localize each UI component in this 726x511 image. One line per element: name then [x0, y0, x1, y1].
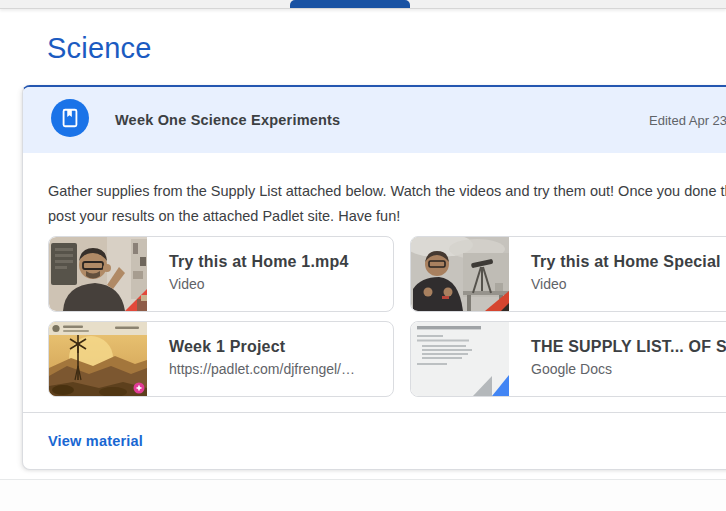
video-thumbnail [49, 237, 147, 311]
attachment-subtitle: https://padlet.com/djfrengel/… [169, 361, 385, 377]
view-material-link[interactable]: View material [48, 433, 143, 449]
attachment-card-video-1[interactable]: Try this at Home 1.mp4 Video [48, 236, 394, 312]
padlet-site-preview-image [49, 322, 147, 396]
attachment-text: Try this at Home 1.mp4 Video [147, 237, 393, 311]
attachment-title: Try this at Home 1.mp4 [169, 253, 385, 271]
doc-thumbnail [411, 322, 509, 396]
video-still-man-pointing-image [411, 237, 509, 311]
page-title: Science [47, 31, 152, 65]
attachment-title: THE SUPPLY LIST... OF SCI… [531, 338, 726, 356]
edited-date: Edited Apr 23 [649, 87, 726, 153]
description-line-2: post your results on the attached Padlet… [48, 204, 726, 229]
attachment-title: Try this at Home Special … [531, 253, 726, 271]
attachment-text: Week 1 Project https://padlet.com/djfren… [147, 322, 393, 396]
material-card-header[interactable]: Week One Science Experiments Edited Apr … [23, 87, 726, 153]
attachment-subtitle: Google Docs [531, 361, 726, 377]
material-description: Gather supplies from the Supply List att… [48, 179, 726, 229]
footer-divider [23, 412, 726, 413]
video-still-man-glasses-image [49, 237, 147, 311]
book-icon [59, 107, 81, 129]
attachment-card-padlet[interactable]: Week 1 Project https://padlet.com/djfren… [48, 321, 394, 397]
attachment-subtitle: Video [169, 276, 385, 292]
below-panel-area [0, 480, 726, 511]
material-title: Week One Science Experiments [115, 87, 340, 153]
google-docs-preview-image [411, 322, 509, 396]
material-icon-circle [51, 99, 89, 137]
attachment-text: Try this at Home Special … Video [509, 237, 726, 311]
active-tab-indicator[interactable] [290, 0, 410, 8]
attachment-text: THE SUPPLY LIST... OF SCI… Google Docs [509, 322, 726, 396]
attachment-card-doc[interactable]: THE SUPPLY LIST... OF SCI… Google Docs [410, 321, 726, 397]
video-thumbnail [411, 237, 509, 311]
attachment-title: Week 1 Project [169, 338, 385, 356]
attachment-subtitle: Video [531, 276, 726, 292]
link-thumbnail [49, 322, 147, 396]
material-card: Week One Science Experiments Edited Apr … [22, 85, 726, 470]
attachments-grid: Try this at Home 1.mp4 Video [48, 236, 726, 397]
attachment-card-video-2[interactable]: Try this at Home Special … Video [410, 236, 726, 312]
description-line-1: Gather supplies from the Supply List att… [48, 179, 726, 204]
